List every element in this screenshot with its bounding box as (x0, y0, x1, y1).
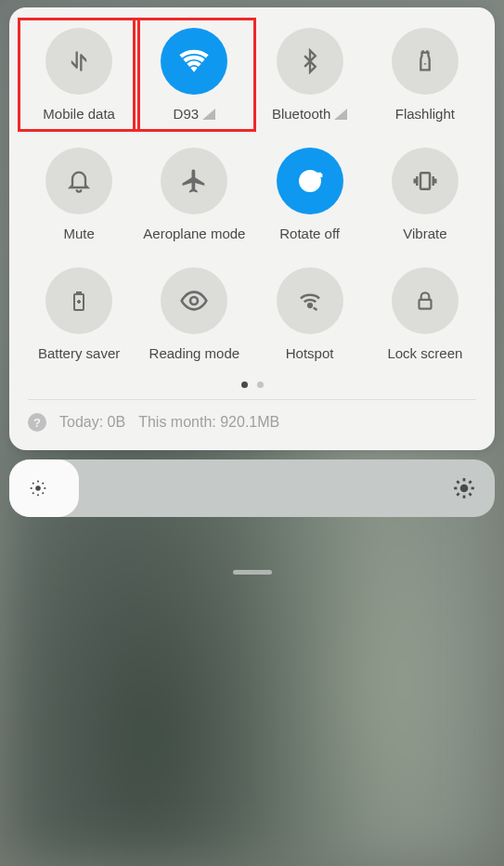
tile-label: Bluetooth (272, 106, 347, 122)
data-month: This month: 920.1MB (138, 414, 279, 431)
mobile-data-icon (45, 28, 112, 95)
tile-label: Lock screen (387, 345, 462, 361)
svg-line-13 (32, 493, 33, 494)
drag-handle[interactable] (233, 570, 272, 575)
svg-line-21 (469, 493, 471, 495)
tile-label: Aeroplane mode (143, 226, 245, 241)
tile-label: Battery saver (38, 345, 120, 361)
airplane-icon (161, 148, 227, 214)
tile-label: Mute (63, 226, 94, 241)
svg-line-12 (43, 493, 44, 494)
vibrate-icon (392, 148, 459, 214)
tile-wifi[interactable]: D93 (137, 22, 251, 127)
hotspot-icon (277, 267, 343, 334)
tile-flashlight[interactable]: Flashlight (372, 28, 478, 122)
svg-line-20 (457, 481, 459, 483)
tile-mobile-data[interactable]: Mobile data (22, 22, 136, 127)
svg-rect-1 (420, 173, 430, 189)
tile-label: Flashlight (395, 106, 455, 122)
signal-icon (202, 109, 215, 120)
tile-label: Mobile data (43, 106, 115, 122)
svg-point-3 (190, 297, 198, 304)
eye-icon (161, 267, 227, 334)
pagination-dots[interactable] (26, 381, 478, 388)
svg-point-15 (460, 485, 469, 493)
page-dot-1 (241, 381, 248, 388)
tile-label: D93 (174, 106, 216, 122)
tile-label: Rotate off (279, 226, 340, 241)
tile-label: Reading mode (149, 345, 240, 361)
signal-icon (334, 109, 347, 120)
tile-airplane[interactable]: Aeroplane mode (141, 148, 247, 241)
brightness-slider[interactable] (9, 459, 495, 517)
svg-line-22 (457, 493, 459, 495)
svg-point-4 (308, 304, 312, 307)
tile-bluetooth[interactable]: Bluetooth (257, 28, 363, 122)
tile-vibrate[interactable]: Vibrate (372, 148, 478, 241)
data-usage-row[interactable]: ? Today: 0B This month: 920.1MB (26, 409, 478, 439)
help-icon: ? (28, 413, 46, 432)
battery-icon (45, 267, 112, 334)
bluetooth-icon (277, 28, 343, 95)
brightness-low-icon (28, 478, 48, 498)
data-today: Today: 0B (59, 414, 125, 431)
rotate-lock-icon (277, 148, 343, 214)
brightness-high-icon (452, 476, 476, 500)
svg-line-11 (32, 483, 33, 484)
lock-icon (392, 267, 459, 334)
divider (28, 399, 476, 400)
wifi-icon (161, 28, 227, 95)
tile-label: Hotspot (286, 345, 334, 361)
tile-mute[interactable]: Mute (26, 148, 132, 241)
tile-battery-saver[interactable]: Battery saver (26, 267, 132, 361)
flashlight-icon (392, 28, 459, 95)
tile-rotate[interactable]: Rotate off (257, 148, 363, 241)
tile-reading-mode[interactable]: Reading mode (141, 267, 247, 361)
svg-point-6 (35, 485, 41, 491)
tile-lock-screen[interactable]: Lock screen (372, 267, 478, 361)
svg-rect-5 (419, 300, 431, 309)
bell-icon (45, 148, 112, 214)
page-dot-2 (257, 381, 264, 388)
tiles-grid: Mobile data D93 Bluetooth Flashlight Mut (26, 28, 478, 361)
quick-settings-panel: Mobile data D93 Bluetooth Flashlight Mut (9, 7, 495, 450)
svg-line-23 (469, 481, 471, 483)
svg-line-14 (43, 483, 44, 484)
tile-hotspot[interactable]: Hotspot (257, 267, 363, 361)
tile-label: Vibrate (403, 226, 446, 241)
